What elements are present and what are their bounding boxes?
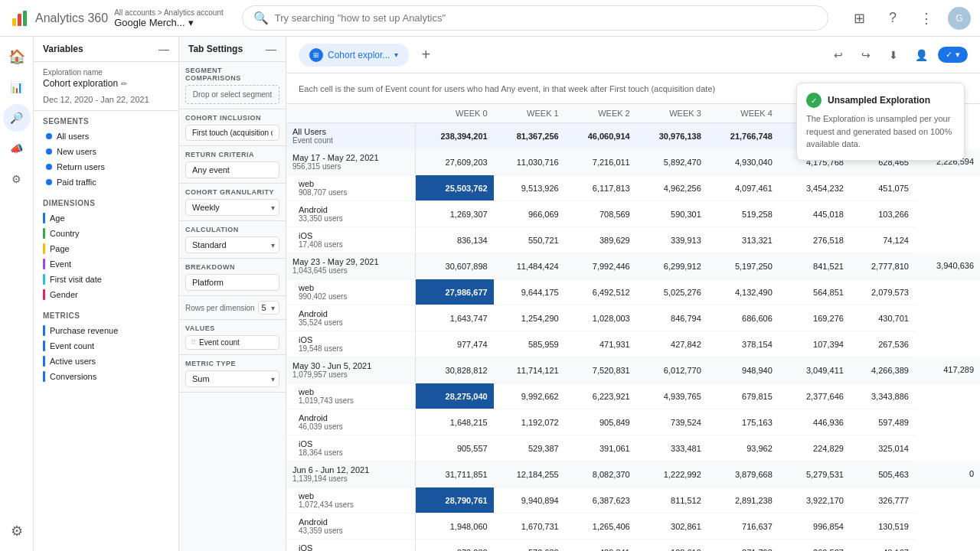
value-chip[interactable]: ⠿ Event count xyxy=(185,335,279,350)
nav-explore-icon[interactable]: 🔎 xyxy=(3,104,31,132)
table-cell: 7,992,446 xyxy=(565,253,636,279)
exploration-name: Cohort exploration ✏ xyxy=(34,78,178,92)
undo-button[interactable]: ↩ xyxy=(828,44,849,66)
drop-segment-area[interactable]: Drop or select segment xyxy=(185,85,279,104)
metric-type-select[interactable]: Sum xyxy=(185,370,279,387)
breadcrumb-bottom[interactable]: Google Merch... ▾ xyxy=(114,17,224,28)
breakdown-input[interactable] xyxy=(185,274,279,291)
top-icons: ⊞ ? ⋮ G xyxy=(847,6,971,31)
table-cell: 836,134 xyxy=(416,227,494,253)
avatar[interactable]: G xyxy=(948,7,971,30)
tab-settings-panel: Tab Settings — SEGMENT COMPARISONS Drop … xyxy=(179,37,286,551)
table-cell: 5,279,531 xyxy=(779,461,850,487)
cohort-tab[interactable]: ⊞ Cohort explor... ▾ xyxy=(299,44,409,67)
table-cell: 9,644,175 xyxy=(494,279,565,305)
date-label-cell: May 17 - May 22, 2021956,315 users xyxy=(286,149,416,175)
table-cell: 4,939,765 xyxy=(636,383,707,409)
segment-comparisons-title: SEGMENT COMPARISONS xyxy=(185,67,279,82)
cohort-granularity-select[interactable]: Weekly xyxy=(185,199,279,216)
dimensions-section-title: DIMENSIONS xyxy=(34,193,178,210)
add-user-button[interactable]: 👤 xyxy=(910,44,932,66)
metric-type-section: METRIC TYPE Sum xyxy=(179,355,286,393)
tab-settings-title: Tab Settings xyxy=(188,44,243,54)
dimension-item[interactable]: Page xyxy=(34,241,178,256)
topbar: Analytics 360 All accounts > Analytics a… xyxy=(0,0,980,37)
cohort-tab-icon: ⊞ xyxy=(309,48,323,62)
table-cell: 276,518 xyxy=(779,227,850,253)
data-table-container[interactable]: WEEK 0WEEK 1WEEK 2WEEK 3WEEK 4WEEK 5WEEK… xyxy=(286,104,980,551)
help-icon[interactable]: ? xyxy=(880,6,905,31)
search-bar[interactable]: 🔍 xyxy=(242,5,828,31)
table-cell: 169,276 xyxy=(779,305,850,331)
dimension-item[interactable]: Age xyxy=(34,210,178,226)
breakdown-title: BREAKDOWN xyxy=(185,263,279,271)
table-cell: 679,815 xyxy=(707,383,779,409)
metric-color-bar xyxy=(43,341,45,351)
dimension-color-bar xyxy=(43,289,45,300)
table-cell: 4,266,389 xyxy=(850,357,915,383)
toolbar-right: ↩ ↪ ⬇ 👤 ✓ ▾ xyxy=(828,44,968,66)
table-cell: 9,992,662 xyxy=(494,383,565,409)
metric-item[interactable]: Purchase revenue xyxy=(34,323,178,338)
table-cell: 2,079,573 xyxy=(850,279,915,305)
table-cell: 0 xyxy=(915,461,980,487)
table-header-cell: WEEK 1 xyxy=(494,104,565,123)
dimension-item[interactable]: Gender xyxy=(34,287,178,302)
date-label-cell: May 30 - Jun 5, 20211,079,957 users xyxy=(286,357,416,383)
calculation-select[interactable]: Standard xyxy=(185,236,279,253)
nav-reports-icon[interactable]: 📊 xyxy=(3,73,31,101)
svg-rect-0 xyxy=(12,18,16,26)
table-cell: 716,637 xyxy=(707,514,779,540)
table-cell: 2,777,810 xyxy=(850,253,915,279)
return-criteria-input[interactable] xyxy=(185,161,279,178)
table-cell: 360,507 xyxy=(779,540,850,552)
table-cell: 996,854 xyxy=(779,514,850,540)
dimension-item[interactable]: Country xyxy=(34,226,178,241)
table-cell: 973,030 xyxy=(416,540,494,552)
table-cell: 3,454,232 xyxy=(779,175,850,201)
metric-item[interactable]: Conversions xyxy=(34,369,178,384)
download-button[interactable]: ⬇ xyxy=(883,44,904,66)
cohort-inclusion-input[interactable] xyxy=(185,125,279,141)
metric-item[interactable]: Active users xyxy=(34,354,178,369)
table-cell: 12,184,255 xyxy=(494,461,565,487)
dimension-color-bar xyxy=(43,228,45,239)
dimension-item[interactable]: Event xyxy=(34,256,178,272)
tooltip-icon: ✓ xyxy=(806,93,822,108)
more-icon[interactable]: ⋮ xyxy=(914,6,939,31)
rows-per-dimension-select[interactable]: 5 xyxy=(258,301,279,315)
table-cell: 389,629 xyxy=(565,227,636,253)
table-cell: 3,940,636 xyxy=(915,253,980,279)
nav-home-icon[interactable]: 🏠 xyxy=(3,43,31,70)
metric-item[interactable]: Event count xyxy=(34,338,178,354)
table-cell: 1,948,060 xyxy=(416,514,494,540)
dimension-item[interactable]: First visit date xyxy=(34,272,178,287)
table-cell: 572,630 xyxy=(494,540,565,552)
dimensions-list: AgeCountryPageEventFirst visit dateGende… xyxy=(34,210,178,302)
submit-button[interactable]: ✓ ▾ xyxy=(938,47,968,63)
grid-icon[interactable]: ⊞ xyxy=(847,6,871,31)
table-cell: 1,192,072 xyxy=(494,409,565,435)
edit-icon: ✏ xyxy=(121,80,127,88)
table-cell: 9,940,894 xyxy=(494,487,565,514)
table-cell: 130,519 xyxy=(850,514,915,540)
tab-settings-close[interactable]: — xyxy=(266,43,276,55)
cohort-inclusion-section: COHORT INCLUSION xyxy=(179,109,286,146)
table-cell: 271,793 xyxy=(707,540,779,552)
add-tab-button[interactable]: + xyxy=(415,44,436,66)
nav-advertising-icon[interactable]: 📣 xyxy=(3,135,31,162)
platform-row: web990,402 users27,986,6779,644,1756,492… xyxy=(286,279,980,305)
table-cell: 708,569 xyxy=(565,201,636,227)
segment-item[interactable]: New users xyxy=(37,144,175,159)
return-criteria-title: RETURN CRITERIA xyxy=(185,151,279,158)
segment-item[interactable]: All users xyxy=(37,129,175,144)
nav-configure-icon[interactable]: ⚙ xyxy=(3,165,31,193)
segment-item[interactable]: Paid traffic xyxy=(37,174,175,190)
redo-button[interactable]: ↪ xyxy=(855,44,877,66)
nav-admin-icon[interactable]: ⚙ xyxy=(3,517,31,545)
table-cell: 590,301 xyxy=(636,201,707,227)
search-input[interactable] xyxy=(275,12,817,24)
segment-item[interactable]: Return users xyxy=(37,159,175,174)
variables-panel-close[interactable]: — xyxy=(158,43,169,55)
breakdown-section: BREAKDOWN xyxy=(179,259,286,296)
